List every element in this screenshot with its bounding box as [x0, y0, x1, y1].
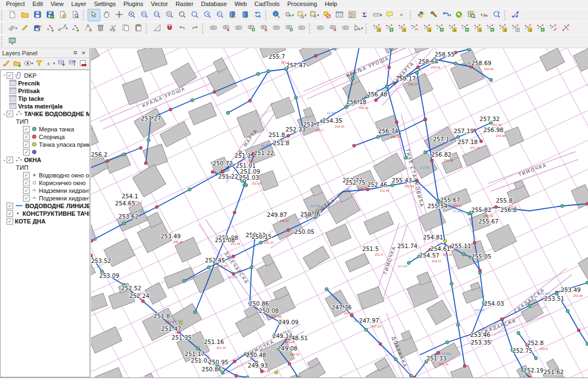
layer-item-symbol[interactable]: ✓	[1, 148, 89, 156]
add-line-feature-button[interactable]: ▾	[56, 22, 69, 35]
pan-map-button[interactable]	[100, 9, 113, 21]
map-tips-button[interactable]	[384, 9, 396, 21]
menu-item-web[interactable]: Web	[231, 0, 250, 8]
toolbar-grip[interactable]	[366, 24, 369, 33]
ct-azimut-button[interactable]: S	[496, 22, 509, 35]
layer-item-коте-дна[interactable]: ✓КОТЕ ДНА	[1, 217, 89, 225]
manage-map-themes-button[interactable]: ▾	[23, 58, 34, 70]
redo-button[interactable]	[189, 22, 201, 35]
menu-item-cadtools[interactable]: CadTools	[250, 0, 283, 8]
zoom-to-layer-button[interactable]	[189, 9, 201, 21]
ct-tangent-button[interactable]: S	[446, 22, 459, 35]
merge-attributes-button[interactable]	[283, 22, 295, 35]
save-project-as-button[interactable]	[44, 9, 56, 21]
layer-item-тачке-водоводне-мр-[interactable]: ⌄✓ТАЧКЕ ВОДОВОДНЕ МР...	[1, 110, 89, 117]
expand-arrow-icon[interactable]: ›	[2, 73, 7, 78]
menu-item-layer[interactable]: Layer	[67, 0, 90, 8]
ct-help-button[interactable]: ?	[509, 22, 522, 35]
layer-item-dkp[interactable]: ›✓DKP	[1, 72, 89, 79]
touch-zoom-and-pan-button[interactable]	[88, 9, 100, 21]
toolbar-grip[interactable]	[83, 10, 87, 20]
ct-measure-seg-button[interactable]	[484, 22, 496, 35]
ct-intersect-button[interactable]: S	[421, 22, 433, 35]
layer-checkbox[interactable]: ✓	[23, 149, 30, 156]
offset-curve-button[interactable]	[220, 22, 232, 35]
save-project-button[interactable]	[31, 9, 44, 21]
expand-arrow-icon[interactable]: ⌄	[2, 111, 7, 116]
select-by-expression-button[interactable]: ε▾	[308, 9, 321, 21]
layer-item-водоводне-лини-е[interactable]: ✓ВОДОВОДНЕ ЛИНИЈЕ	[1, 202, 89, 209]
layer-checkbox[interactable]: ✓	[7, 72, 13, 79]
expand-arrow-icon[interactable]: ⌄	[2, 157, 7, 162]
add-group-button[interactable]	[12, 58, 23, 70]
layer-checkbox[interactable]: ✓	[23, 126, 30, 133]
layer-item-окна[interactable]: ⌄✓ОКНА	[1, 156, 89, 163]
menu-item-plugins[interactable]: Plugins	[119, 0, 147, 8]
qgis-metasearch-button[interactable]	[453, 9, 465, 21]
measure-button[interactable]: ▾	[371, 9, 384, 21]
layer-checkbox[interactable]: ✓	[23, 134, 30, 140]
composer-manager-button[interactable]	[69, 9, 82, 21]
toggle-editing-button[interactable]	[19, 22, 31, 35]
layer-checkbox[interactable]: ✓	[7, 157, 13, 163]
layer-item-спо-ница[interactable]: ✓Спојница	[1, 133, 89, 140]
snapping-options-button[interactable]	[163, 22, 176, 35]
split-features-button[interactable]	[245, 22, 258, 35]
toolbar-grip[interactable]	[504, 10, 508, 20]
layer-item-pritisak[interactable]: Pritisak	[1, 87, 89, 94]
open-layer-styling-button[interactable]	[1, 58, 12, 70]
zoom-native-button[interactable]: 1:1	[151, 9, 163, 21]
collapse-all-button[interactable]	[66, 58, 77, 70]
toolbar-grip[interactable]	[202, 24, 206, 33]
plugin-undo-button[interactable]: ▾	[440, 9, 453, 21]
layer-checkbox[interactable]: ✓	[7, 218, 13, 225]
map-canvas[interactable]: 18.25022.40031.00015.75027.30019.80024.6…	[91, 48, 588, 377]
add-point-feature-button[interactable]	[44, 22, 56, 35]
cut-features-button[interactable]	[107, 22, 119, 35]
close-panel-icon[interactable]: ✕	[80, 49, 87, 56]
layer-checkbox[interactable]: ✓	[7, 210, 13, 217]
paste-features-button[interactable]	[132, 22, 145, 35]
layer-item-тачка-уласка-прик-у-[interactable]: ✓Тачка уласка прикљу...	[1, 141, 89, 148]
ct-offset-line-button[interactable]: S	[522, 22, 534, 35]
cad-map-screen-button[interactable]	[6, 35, 19, 48]
menu-item-database[interactable]: Database	[197, 0, 231, 8]
zoom-out-button[interactable]	[138, 9, 151, 21]
toolbar-grip[interactable]	[146, 24, 150, 33]
search-zoom-button[interactable]	[490, 9, 503, 21]
layer-checkbox[interactable]: ✓	[23, 180, 30, 186]
undo-button[interactable]	[176, 22, 189, 35]
layer-item-корисничко-окно[interactable]: ✓Корисничко окно	[1, 179, 89, 186]
refresh-map-button[interactable]	[252, 9, 264, 21]
ct-segment-add-button[interactable]	[383, 22, 396, 35]
new-print-composer-button[interactable]	[56, 9, 69, 21]
toolbar-grip[interactable]	[265, 10, 269, 20]
ct-arc-button[interactable]	[408, 22, 421, 35]
layer-item-тип[interactable]: ТИП	[1, 164, 89, 171]
filter-by-expression-button[interactable]: ε▾	[45, 58, 56, 70]
layer-item-тип[interactable]: ТИП	[1, 118, 89, 125]
toolbar-grip[interactable]	[1, 24, 5, 33]
coordinate-capture-button[interactable]: x,y	[478, 9, 490, 21]
toolbar-grip[interactable]	[1, 37, 5, 47]
toolbar-overflow-button[interactable]: »	[396, 9, 409, 21]
menu-item-view[interactable]: View	[47, 0, 67, 8]
ct-points-start-button[interactable]: S	[396, 22, 408, 35]
layer-item-tip-tacke[interactable]: Tip tacke	[1, 95, 89, 102]
ct-node-button[interactable]	[560, 22, 572, 35]
open-project-button[interactable]	[19, 9, 31, 21]
cad-ruler-button[interactable]	[151, 22, 163, 35]
menu-item-settings[interactable]: Settings	[90, 0, 119, 8]
menu-item-project[interactable]: Project	[2, 0, 28, 8]
ct-segment-start-button[interactable]: S	[370, 22, 383, 35]
ct-parallel-button[interactable]	[459, 22, 471, 35]
zoom-last-button[interactable]	[201, 9, 214, 21]
new-bookmark-button[interactable]	[226, 9, 239, 21]
layer-checkbox[interactable]: ✓	[23, 172, 30, 179]
menu-item-raster[interactable]: Raster	[172, 0, 197, 8]
run-feature-action-button[interactable]: ▾	[283, 9, 295, 21]
current-edits-button[interactable]: ▾	[6, 22, 19, 35]
layer-item-подземни-хидрант-бе-[interactable]: ✓Подземни хидрант бе...	[1, 194, 89, 202]
pan-to-selection-button[interactable]	[113, 9, 125, 21]
zoom-full-button[interactable]	[163, 9, 176, 21]
